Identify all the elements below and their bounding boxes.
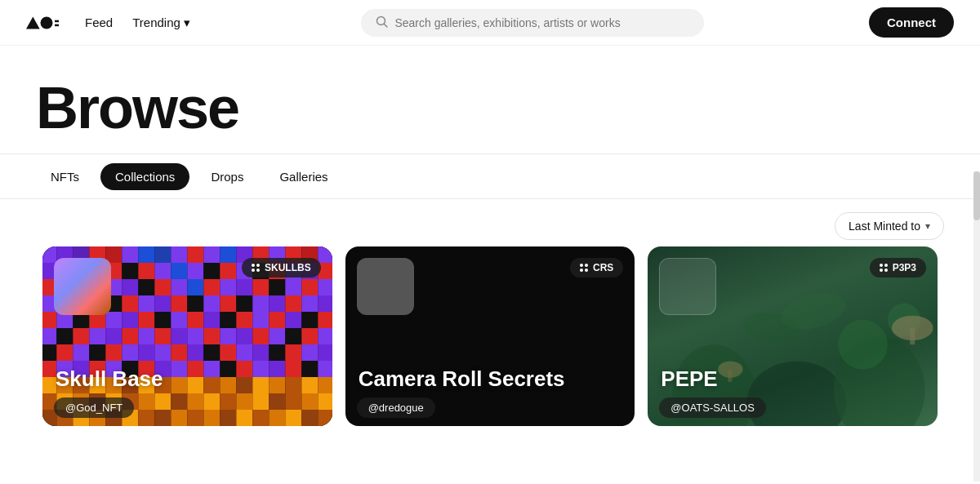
svg-rect-91 <box>236 393 252 410</box>
svg-rect-69 <box>171 377 187 393</box>
svg-rect-49 <box>138 279 154 295</box>
search-input[interactable] <box>394 16 689 29</box>
svg-rect-75 <box>269 377 285 393</box>
tabs-bar: NFTs Collections Drops Galleries <box>0 153 980 199</box>
tab-drops[interactable]: Drops <box>196 163 258 190</box>
svg-rect-50 <box>154 279 171 295</box>
svg-rect-203 <box>301 361 318 377</box>
svg-rect-168 <box>318 328 332 344</box>
svg-rect-17 <box>203 246 220 263</box>
tab-nfts[interactable]: NFTs <box>36 163 94 190</box>
svg-rect-36 <box>220 263 236 279</box>
nav-trending[interactable]: Trending ▾ <box>126 11 197 35</box>
card-camera-roll-secrets[interactable]: CRS Camera Roll Secrets @dredogue <box>345 246 635 426</box>
svg-rect-170 <box>56 344 73 361</box>
svg-rect-57 <box>269 279 285 295</box>
header: Feed Trending ▾ Connect <box>0 0 980 46</box>
svg-rect-196 <box>187 361 203 377</box>
svg-rect-198 <box>220 361 236 377</box>
svg-rect-109 <box>236 410 252 426</box>
svg-rect-72 <box>220 377 236 393</box>
search-icon <box>376 16 388 30</box>
card-thumb-skull-base <box>54 258 111 315</box>
svg-rect-140 <box>154 312 171 328</box>
svg-rect-148 <box>285 312 301 328</box>
card-thumb-pepe <box>659 258 716 315</box>
svg-rect-86 <box>154 393 171 410</box>
tab-collections[interactable]: Collections <box>100 163 189 190</box>
svg-rect-48 <box>122 279 138 295</box>
card-author-pepe: @OATS-SALLOS <box>659 397 766 418</box>
svg-rect-151 <box>42 328 56 344</box>
svg-rect-7 <box>42 246 56 263</box>
svg-rect-128 <box>252 295 269 312</box>
sort-dropdown[interactable]: Last Minted to ▾ <box>835 212 944 240</box>
svg-rect-204 <box>318 361 332 377</box>
svg-rect-61 <box>42 377 56 393</box>
svg-rect-174 <box>122 344 138 361</box>
svg-rect-169 <box>42 344 56 361</box>
svg-rect-185 <box>301 344 318 361</box>
nav-feed[interactable]: Feed <box>78 11 119 34</box>
svg-rect-142 <box>187 312 203 328</box>
svg-rect-51 <box>171 279 187 295</box>
main-nav: Feed Trending ▾ <box>78 11 197 35</box>
svg-rect-96 <box>318 393 332 410</box>
svg-point-206 <box>747 361 847 426</box>
svg-rect-18 <box>220 246 236 263</box>
svg-rect-172 <box>89 344 105 361</box>
svg-rect-177 <box>171 344 187 361</box>
svg-rect-159 <box>171 328 187 344</box>
svg-rect-130 <box>285 295 301 312</box>
badge-icon <box>580 264 588 272</box>
svg-rect-127 <box>236 295 252 312</box>
svg-rect-129 <box>269 295 285 312</box>
svg-rect-92 <box>252 393 269 410</box>
card-title-pepe: PEPE <box>661 366 717 392</box>
scrollbar-track <box>973 171 980 482</box>
card-thumb-camera-roll <box>357 258 414 315</box>
search-bar[interactable] <box>361 9 704 37</box>
svg-rect-175 <box>138 344 154 361</box>
svg-rect-182 <box>252 344 269 361</box>
svg-rect-95 <box>301 393 318 410</box>
svg-rect-160 <box>187 328 203 344</box>
svg-rect-12 <box>122 246 138 263</box>
svg-rect-197 <box>203 361 220 377</box>
svg-rect-59 <box>301 279 318 295</box>
badge-icon <box>880 264 888 272</box>
svg-point-1 <box>41 16 53 29</box>
tab-galleries[interactable]: Galleries <box>265 163 342 190</box>
svg-rect-70 <box>187 377 203 393</box>
svg-rect-120 <box>122 295 138 312</box>
card-skull-base[interactable]: SKULLBS Skull Base @God_NFT <box>42 246 332 426</box>
svg-rect-77 <box>301 377 318 393</box>
svg-marker-0 <box>26 16 40 29</box>
logo[interactable] <box>26 15 59 31</box>
svg-rect-110 <box>252 410 269 426</box>
svg-rect-34 <box>187 263 203 279</box>
svg-rect-149 <box>301 312 318 328</box>
card-author-skull-base: @God_NFT <box>54 397 134 418</box>
svg-rect-113 <box>301 410 318 426</box>
svg-rect-126 <box>220 295 236 312</box>
trending-chevron-icon: ▾ <box>184 16 190 30</box>
sort-bar: Last Minted to ▾ <box>0 199 980 246</box>
svg-rect-108 <box>220 410 236 426</box>
svg-rect-202 <box>285 361 301 377</box>
svg-rect-13 <box>138 246 154 263</box>
svg-rect-15 <box>171 246 187 263</box>
svg-rect-114 <box>318 410 332 426</box>
svg-rect-30 <box>122 263 138 279</box>
svg-rect-71 <box>203 377 220 393</box>
connect-button[interactable]: Connect <box>869 7 954 38</box>
card-author-camera-roll: @dredogue <box>357 397 435 418</box>
svg-rect-76 <box>285 377 301 393</box>
card-pepe[interactable]: P3P3 PEPE @OATS-SALLOS <box>648 246 938 426</box>
svg-rect-171 <box>73 344 89 361</box>
scrollbar-thumb[interactable] <box>973 171 980 220</box>
svg-rect-35 <box>203 263 220 279</box>
svg-rect-146 <box>252 312 269 328</box>
svg-rect-162 <box>220 328 236 344</box>
svg-rect-56 <box>252 279 269 295</box>
